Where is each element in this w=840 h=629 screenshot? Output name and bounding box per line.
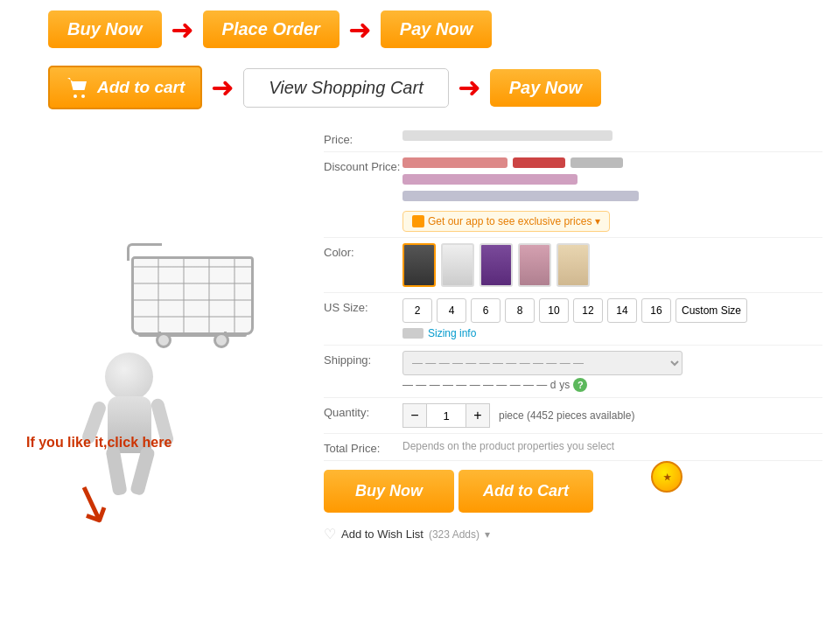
color-swatches	[402, 243, 822, 287]
cart-handle	[127, 243, 162, 261]
color-swatch-pink[interactable]	[518, 243, 551, 287]
shipping-row: Shipping: — — — — — — — — — — — — — — — …	[324, 346, 822, 398]
quantity-label: Quantity:	[324, 403, 402, 419]
wishlist-label: Add to Wish List	[341, 528, 424, 541]
app-promo-button[interactable]: Get our app to see exclusive prices ▾	[402, 211, 610, 232]
view-cart-button[interactable]: View Shopping Cart	[243, 68, 448, 108]
wishlist-count: (323 Adds)	[429, 528, 480, 541]
discount-price-row: Discount Price: Get our app to see exclu…	[324, 152, 822, 238]
buy-now-top-button[interactable]: Buy Now	[48, 10, 162, 48]
top-flow-banner: Buy Now ➜ Place Order ➜ Pay Now	[0, 0, 840, 59]
color-options	[402, 243, 822, 287]
size-options: 2 4 6 8 10 12 14 16 Custom Size Sizing i…	[402, 298, 822, 339]
pay-now-top-button[interactable]: Pay Now	[381, 10, 492, 48]
price-blurred	[402, 130, 612, 141]
cart-figure-illustration	[26, 134, 289, 431]
shipping-select[interactable]: — — — — — — — — — — — — —	[402, 351, 682, 375]
cart-icon	[66, 76, 90, 99]
color-swatch-purple[interactable]	[480, 243, 513, 287]
ruler-icon	[402, 328, 424, 339]
heart-icon: ♡	[324, 526, 336, 542]
color-swatch-beige[interactable]	[556, 243, 590, 287]
place-order-button[interactable]: Place Order	[203, 10, 340, 48]
wishlist-row[interactable]: ♡ Add to Wish List (323 Adds) ▾	[324, 521, 822, 547]
dropdown-arrow-icon: ▾	[595, 215, 600, 227]
arrow-4-icon: ➜	[458, 71, 481, 104]
svg-point-1	[81, 94, 85, 98]
app-icon	[412, 215, 424, 227]
arrow-1-icon: ➜	[171, 13, 194, 46]
shipping-time: — — — — — — — — — — — d ys ?	[402, 378, 822, 392]
color-row: Color:	[324, 238, 822, 293]
help-icon[interactable]: ?	[573, 378, 587, 392]
size-12-button[interactable]: 12	[573, 298, 603, 323]
click-here-text: If you like it,click here	[26, 435, 172, 451]
color-swatch-light[interactable]	[441, 243, 474, 287]
cart-wheel-right	[214, 332, 229, 348]
size-10-button[interactable]: 10	[539, 298, 569, 323]
right-panel: Price: Discount Price:	[315, 125, 840, 547]
quantity-increase-button[interactable]: +	[466, 403, 490, 428]
figure-leg-right	[130, 446, 156, 496]
cart-body	[131, 256, 254, 335]
shipping-time-text: — — — — — — — — — — — d	[402, 379, 556, 391]
size-16-button[interactable]: 16	[641, 298, 671, 323]
arrow-2-icon: ➜	[348, 13, 372, 46]
add-to-cart-flow-button[interactable]: Add to cart	[48, 66, 202, 109]
size-label: US Size:	[324, 298, 402, 314]
quantity-decrease-button[interactable]: −	[402, 403, 427, 428]
price-row: Price:	[324, 125, 822, 152]
total-price-value: Depends on the product properties you se…	[402, 439, 822, 452]
coin-badge: ★	[651, 461, 682, 493]
size-buttons: 2 4 6 8 10 12 14 16 Custom Size	[402, 298, 822, 323]
total-price-row: Total Price: Depends on the product prop…	[324, 434, 822, 461]
size-row: US Size: 2 4 6 8 10 12 14 16 Custom Size…	[324, 293, 822, 346]
quantity-control-container: − + piece (4452 pieces available)	[402, 403, 822, 428]
quantity-control: − +	[402, 403, 490, 428]
price-value	[402, 130, 822, 144]
cart-grid	[134, 259, 251, 332]
arrow-3-icon: ➜	[211, 71, 234, 104]
wishlist-dropdown-icon[interactable]: ▾	[485, 528, 490, 541]
size-14-button[interactable]: 14	[607, 298, 637, 323]
pieces-available-text: piece (4452 pieces available)	[499, 409, 634, 422]
total-price-label: Total Price:	[324, 439, 402, 455]
size-4-button[interactable]: 4	[437, 298, 466, 323]
shipping-value: — — — — — — — — — — — — — — — — — — — — …	[402, 351, 822, 392]
sizing-info-link[interactable]: Sizing info	[402, 327, 822, 339]
down-arrow-icon: ↘	[62, 471, 122, 535]
buy-now-action-button[interactable]: Buy Now	[324, 470, 454, 513]
main-content: If you like it,click here ↘ Price: Disco…	[0, 116, 840, 547]
shipping-label: Shipping:	[324, 351, 402, 367]
shopping-cart-graphic	[114, 248, 280, 379]
size-2-button[interactable]: 2	[402, 298, 432, 323]
second-flow-banner: Add to cart ➜ View Shopping Cart ➜ Pay N…	[0, 59, 840, 116]
price-label: Price:	[324, 130, 402, 146]
quantity-input[interactable]	[427, 403, 466, 428]
cart-bottom-bar	[138, 333, 247, 337]
pay-now-second-button[interactable]: Pay Now	[490, 69, 601, 107]
size-custom-button[interactable]: Custom Size	[676, 298, 747, 323]
discount-label: Discount Price:	[324, 157, 402, 173]
left-panel: If you like it,click here ↘	[0, 125, 315, 547]
size-8-button[interactable]: 8	[505, 298, 535, 323]
discount-value: Get our app to see exclusive prices ▾	[402, 157, 822, 232]
quantity-row: Quantity: − + piece (4452 pieces availab…	[324, 398, 822, 434]
cart-wheel-left	[156, 332, 172, 348]
color-swatch-dark[interactable]	[402, 243, 436, 287]
total-price-text: Depends on the product properties you se…	[402, 440, 614, 452]
size-6-button[interactable]: 6	[471, 298, 500, 323]
add-to-cart-action-button[interactable]: Add to Cart	[458, 470, 593, 513]
svg-point-0	[74, 94, 77, 98]
color-label: Color:	[324, 243, 402, 259]
action-buttons: Buy Now ★ Add to Cart	[324, 461, 822, 521]
